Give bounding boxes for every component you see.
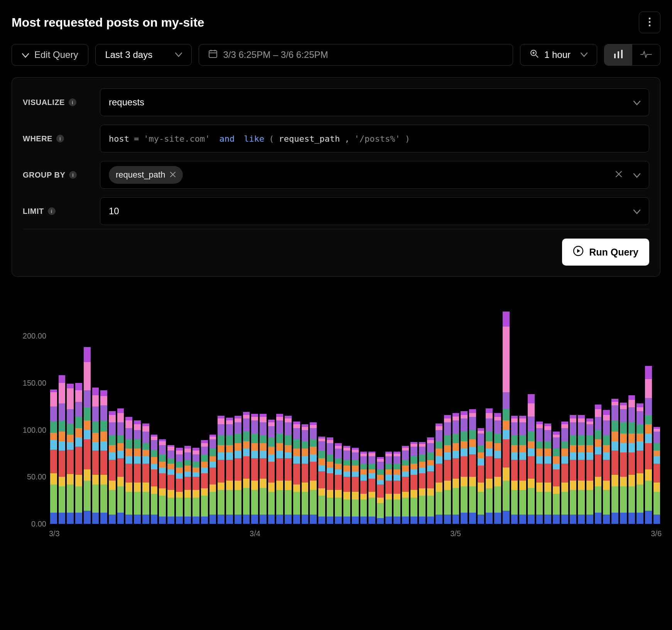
bar[interactable] [310,422,317,524]
edit-query-button[interactable]: Edit Query [12,44,88,66]
bar[interactable] [142,423,149,524]
bar-segment [134,424,141,430]
bar[interactable] [151,435,158,524]
bar[interactable] [393,452,400,524]
bar[interactable] [444,415,451,524]
bar[interactable] [637,403,643,524]
bar[interactable] [285,416,292,524]
bar[interactable] [528,394,535,524]
bar[interactable] [511,416,518,524]
bar[interactable] [469,409,476,524]
more-menu-button[interactable] [639,12,660,33]
bar[interactable] [260,414,267,524]
group-by-chip[interactable]: request_path [109,166,183,184]
bar[interactable] [603,410,610,524]
bar[interactable] [570,415,577,524]
bar[interactable] [402,446,409,524]
bar[interactable] [586,418,593,524]
bar[interactable] [653,427,660,524]
bar[interactable] [419,442,426,524]
bar[interactable] [335,443,342,524]
bar[interactable] [100,390,107,524]
bar[interactable] [536,422,543,524]
bar[interactable] [377,457,384,524]
bar[interactable] [628,395,635,524]
bar[interactable] [503,312,510,524]
bar[interactable] [611,399,618,524]
bar[interactable] [192,448,199,524]
bar[interactable] [368,452,375,524]
where-input[interactable]: host = 'my-site.com' and like(request_pa… [100,125,649,152]
line-chart-toggle[interactable] [632,44,660,65]
info-icon[interactable]: i [56,135,64,142]
bar[interactable] [218,416,225,524]
bar[interactable] [553,432,560,524]
bar[interactable] [343,446,350,524]
bar[interactable] [561,422,568,524]
bar[interactable] [184,446,191,524]
bar[interactable] [251,414,258,524]
bar[interactable] [243,412,250,524]
time-range-select[interactable]: Last 3 days [95,44,192,66]
bar[interactable] [494,413,501,524]
bar[interactable] [620,403,627,524]
bar[interactable] [235,416,241,524]
bar[interactable] [453,413,459,524]
bar[interactable] [117,408,124,524]
bar[interactable] [75,383,82,524]
bar[interactable] [645,366,652,524]
date-range-picker[interactable]: 3/3 6:25PM – 3/6 6:25PM [199,44,513,66]
bar[interactable] [486,408,493,524]
bar[interactable] [318,437,325,524]
bar[interactable] [109,411,116,524]
bar[interactable] [352,448,359,524]
bar[interactable] [92,388,99,524]
bar[interactable] [59,375,66,524]
bar[interactable] [436,423,442,524]
bar-segment [184,471,191,477]
visualize-select[interactable]: requests [100,88,649,116]
bar[interactable] [176,448,183,524]
bar[interactable] [226,418,233,524]
limit-select[interactable]: 10 [100,197,649,225]
bar[interactable] [461,411,468,524]
bar[interactable] [209,435,216,524]
bar[interactable] [327,437,334,524]
interval-select[interactable]: 1 hour [520,44,597,66]
clear-field-button[interactable] [615,169,623,180]
bar[interactable] [293,422,300,524]
bar[interactable] [134,420,141,524]
bar[interactable] [410,442,417,524]
run-query-button[interactable]: Run Query [562,239,649,266]
bar-segment [486,456,493,479]
bar[interactable] [84,347,91,524]
bar[interactable] [201,440,208,524]
bar[interactable] [519,416,526,524]
info-icon[interactable]: i [69,98,76,106]
close-icon[interactable] [170,170,176,180]
bar[interactable] [478,428,485,524]
bar[interactable] [268,420,275,524]
bar[interactable] [276,414,283,524]
group-by-input[interactable]: request_path [100,161,649,189]
bar[interactable] [125,417,132,524]
bar-segment [67,384,74,388]
bar[interactable] [385,452,392,524]
bar[interactable] [595,405,602,524]
info-icon[interactable]: i [48,207,56,215]
bar[interactable] [67,384,74,524]
bar[interactable] [427,437,434,524]
bar[interactable] [167,445,174,524]
bar-segment [243,412,250,415]
bar-segment [92,450,99,475]
bar[interactable] [578,415,585,524]
bar-chart-toggle[interactable] [604,44,632,65]
info-icon[interactable]: i [69,171,77,179]
bar-segment [486,413,493,419]
bar[interactable] [360,452,367,524]
bar[interactable] [50,390,57,524]
bar[interactable] [544,423,551,524]
bar-segment [276,515,283,524]
bar[interactable] [159,439,166,524]
bar[interactable] [302,424,309,524]
